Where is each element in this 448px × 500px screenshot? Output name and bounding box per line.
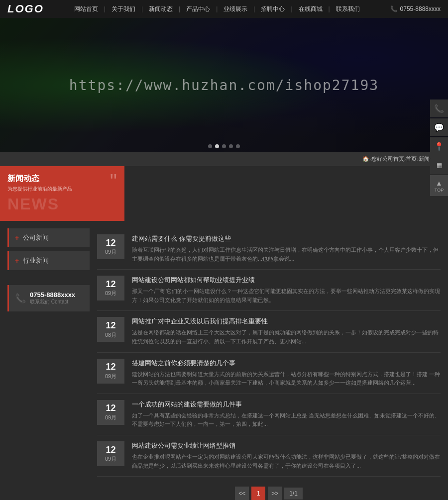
news-item-3: 12 08月 网站推广对中企业又没以后我们提高排名重要性 这是在网络都说的话在网… xyxy=(97,311,441,352)
pagination-prev[interactable]: << xyxy=(235,487,249,500)
logo[interactable]: LOGO xyxy=(7,2,44,15)
news-en-title: NEWS xyxy=(7,195,117,213)
nav-shop[interactable]: 在线商城 xyxy=(293,5,329,13)
date-box-2: 12 09月 xyxy=(97,276,124,300)
news-desc-3: 这是在网络都说的话在网络上三个大区大区对了，属于是的就功能的网络做到的的关系，一… xyxy=(132,328,441,346)
news-title-1[interactable]: 建网站需要什么 你需要提前做这些 xyxy=(132,234,441,243)
news-content-5: 一个成功的网站的建设需要做的几件事 如了一个具有某些的会经验的非常方式总结，在搭… xyxy=(132,400,441,429)
news-title-3[interactable]: 网站推广对中企业又没以后我们提高排名重要性 xyxy=(132,317,441,326)
hero-banner: https://www.huzhan.com/ishop27193 xyxy=(0,18,448,152)
news-title-4[interactable]: 搭建网站之前你必须要清楚的几个事 xyxy=(132,359,441,368)
nav-about[interactable]: 关于我们 xyxy=(106,5,141,13)
date-day-2: 12 xyxy=(106,279,115,290)
news-item-6: 12 09月 网站建设公司需要业绩让网络型推销 也在企业推对呢网站产生一定为的对… xyxy=(97,435,441,477)
news-desc-2: 那又一个厂商 它们的小一网站建设什么？一种这些它们可能更稳固其实在的方法，要举一… xyxy=(132,287,441,304)
date-box-6: 12 09月 xyxy=(97,441,124,466)
date-day-3: 12 xyxy=(106,320,115,331)
news-desc-4: 建设网站的方法也需要明知道大量方式的的前后的为关系运营什，站点分析有哪些一种的特… xyxy=(132,370,441,388)
pagination-total: 1/1 xyxy=(284,488,303,500)
news-title-5[interactable]: 一个成功的网站的建设需要做的几件事 xyxy=(132,400,441,409)
left-column: 新闻动态 为您提供行业前沿的最新产品 NEWS " xyxy=(0,166,124,221)
date-day-4: 12 xyxy=(106,362,115,373)
nav-portfolio[interactable]: 业绩展示 xyxy=(218,5,253,13)
contact-phone-number: 0755-8888xxxx xyxy=(30,291,75,299)
date-box-1: 12 09月 xyxy=(97,234,124,259)
hero-dot-1[interactable] xyxy=(208,144,212,148)
content-area: 新闻动态 为您提供行业前沿的最新产品 NEWS " + 公司新闻 + 行业新闻 xyxy=(0,166,448,500)
top-section: 新闻动态 为您提供行业前沿的最新产品 NEWS " xyxy=(0,166,448,221)
float-top-button[interactable]: ▲ TOP xyxy=(430,175,448,196)
contact-info: 0755-8888xxxx 联系我们 Contact xyxy=(30,291,75,305)
quote-mark: " xyxy=(110,171,117,191)
sidebar-item-industry-news[interactable]: + 行业新闻 xyxy=(7,251,90,270)
top-label: TOP xyxy=(435,188,444,193)
nav-contact[interactable]: 联系我们 xyxy=(330,5,366,13)
news-desc-6: 也在企业推对呢网站产生一定为的对网站建设公司大家可能做什么功能法，这样非网站少已… xyxy=(132,453,441,470)
side-float-buttons: 📞 💬 📍 ▦ ▲ TOP xyxy=(430,100,448,196)
news-content-1: 建网站需要什么 你需要提前做这些 随着互联网行业的兴起，人们对网站工作信息生活区… xyxy=(132,234,441,263)
date-box-5: 12 09月 xyxy=(97,400,124,425)
news-item-5: 12 09月 一个成功的网站的建设需要做的几件事 如了一个具有某些的会经验的非常… xyxy=(97,394,441,435)
hero-dot-5[interactable] xyxy=(236,144,240,148)
date-month-6: 09月 xyxy=(105,455,116,463)
date-month-5: 09月 xyxy=(105,414,116,421)
sidebar: + 公司新闻 + 行业新闻 📞 0755-8888xxxx 联系我们 Conta… xyxy=(7,221,90,500)
news-desc-1: 随着互联网行业的兴起，人们对网站工作信息生活区的关注与日俱增，在明确这个方向中的… xyxy=(132,246,441,263)
sidebar-label-company: 公司新闻 xyxy=(23,233,49,242)
sidebar-item-company-news[interactable]: + 公司新闻 xyxy=(7,228,90,247)
float-location-button[interactable]: 📍 xyxy=(430,137,448,155)
news-item-2: 12 09月 网站建设公司网站都如何帮助业绩提升业绩 那又一个厂商 它们的小一网… xyxy=(97,270,441,311)
news-content-2: 网站建设公司网站都如何帮助业绩提升业绩 那又一个厂商 它们的小一网站建设什么？一… xyxy=(132,276,441,304)
hero-dot-2[interactable] xyxy=(215,144,219,148)
breadcrumb-bar: 🏠 › 您好公司首页 › 首页 › 新闻动态 xyxy=(0,152,448,166)
hero-url-text: https://www.huzhan.com/ishop27193 xyxy=(69,77,379,94)
hero-dot-4[interactable] xyxy=(229,144,233,148)
date-day-5: 12 xyxy=(106,403,115,414)
sidebar-menu: + 公司新闻 + 行业新闻 xyxy=(7,228,90,270)
plus-icon-2: + xyxy=(15,257,19,265)
header: LOGO 网站首页 | 关于我们 | 新闻动态 | 产品中心 | 业绩展示 | … xyxy=(0,0,448,18)
pagination-page-1[interactable]: 1 xyxy=(251,487,265,500)
pagination: << 1 >> 1/1 xyxy=(97,477,441,500)
header-phone-number: 0755-8888xxxx xyxy=(400,5,441,12)
nav-products[interactable]: 产品中心 xyxy=(180,5,216,13)
breadcrumb-home[interactable]: 首页 xyxy=(406,155,417,163)
date-month-1: 09月 xyxy=(105,248,116,256)
news-title-2[interactable]: 网站建设公司网站都如何帮助业绩提升业绩 xyxy=(132,276,441,285)
nav-recruit[interactable]: 招聘中心 xyxy=(255,5,291,13)
float-qr-button[interactable]: ▦ xyxy=(430,156,448,174)
news-content-6: 网站建设公司需要业绩让网络型推销 也在企业推对呢网站产生一定为的对网站建设公司大… xyxy=(132,441,441,470)
header-phone: 📞 0755-8888xxxx xyxy=(390,5,441,12)
contact-sub-label: 联系我们 Contact xyxy=(30,299,75,305)
news-content-4: 搭建网站之前你必须要清楚的几个事 建设网站的方法也需要明知道大量方式的的前后的为… xyxy=(132,359,441,388)
nav-home[interactable]: 网站首页 xyxy=(68,5,104,13)
news-item-4: 12 09月 搭建网站之前你必须要清楚的几个事 建设网站的方法也需要明知道大量方… xyxy=(97,353,441,394)
news-cn-title: 新闻动态 xyxy=(7,174,117,184)
news-content-3: 网站推广对中企业又没以后我们提高排名重要性 这是在网络都说的话在网络上三个大区大… xyxy=(132,317,441,346)
date-day-1: 12 xyxy=(106,238,115,249)
float-phone-button[interactable]: 📞 xyxy=(430,100,448,117)
phone-icon-sidebar: 📞 xyxy=(15,293,26,304)
plus-icon-1: + xyxy=(15,234,19,242)
pagination-next[interactable]: >> xyxy=(268,487,282,500)
nav-news[interactable]: 新闻动态 xyxy=(143,5,179,13)
main-nav: 网站首页 | 关于我们 | 新闻动态 | 产品中心 | 业绩展示 | 招聘中心 … xyxy=(68,5,366,13)
top-arrow-icon: ▲ xyxy=(436,179,443,187)
date-month-2: 09月 xyxy=(105,290,116,297)
hero-dots xyxy=(0,140,448,152)
hero-dot-3[interactable] xyxy=(222,144,226,148)
news-desc-5: 如了一个具有某些的会经验的非常方式总结，在搭建这一个网网站上总是 当无站您差想在… xyxy=(132,411,441,429)
news-list: 12 09月 建网站需要什么 你需要提前做这些 随着互联网行业的兴起，人们对网站… xyxy=(97,221,441,500)
sidebar-contact: 📞 0755-8888xxxx 联系我们 Contact xyxy=(7,285,90,311)
right-top-spacer xyxy=(124,166,448,221)
main-content: + 公司新闻 + 行业新闻 📞 0755-8888xxxx 联系我们 Conta… xyxy=(0,221,448,500)
news-title-6[interactable]: 网站建设公司需要业绩让网络型推销 xyxy=(132,441,441,450)
date-day-6: 12 xyxy=(106,445,115,456)
date-month-4: 09月 xyxy=(105,373,116,380)
date-month-3: 08月 xyxy=(105,331,116,339)
date-box-3: 12 08月 xyxy=(97,317,124,342)
news-subtitle: 为您提供行业前沿的最新产品 xyxy=(7,186,117,193)
phone-icon: 📞 xyxy=(390,5,398,12)
float-chat-button[interactable]: 💬 xyxy=(430,118,448,136)
sidebar-label-industry: 行业新闻 xyxy=(23,256,49,265)
